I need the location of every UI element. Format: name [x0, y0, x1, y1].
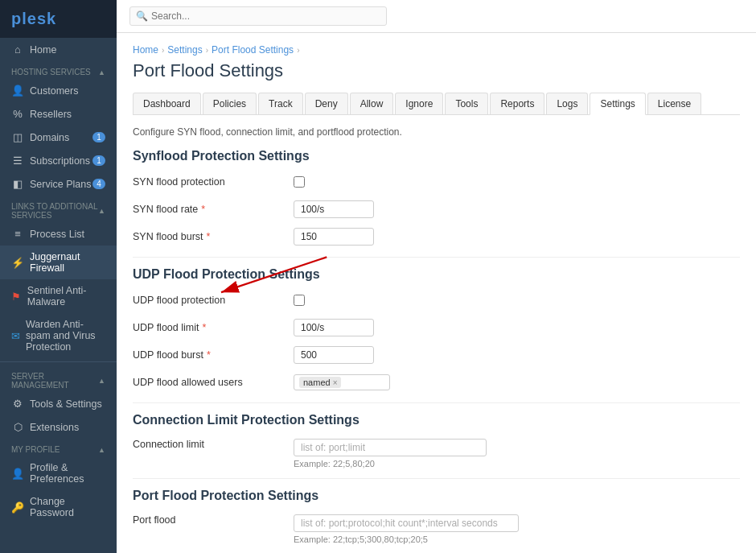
udp-allowed-users-label: UDP flood allowed users [133, 377, 294, 388]
sidebar-item-home[interactable]: ⌂ Home [0, 38, 117, 61]
sidebar-item-resellers[interactable]: % Resellers [0, 102, 117, 126]
sidebar-item-service-plans[interactable]: ◧ Service Plans 4 [0, 172, 117, 196]
subscriptions-icon: ☰ [11, 155, 24, 167]
sentinel-icon: ⚑ [11, 291, 22, 303]
chevron-up-icon: ▲ [98, 68, 105, 76]
sidebar-my-profile-header: My Profile ▲ [0, 439, 117, 456]
sidebar-item-subscriptions[interactable]: ☰ Subscriptions 1 [0, 149, 117, 172]
connection-limit-section-title: Connection Limit Protection Settings [133, 413, 740, 427]
connection-limit-label: Connection limit [133, 439, 294, 450]
udp-protection-checkbox[interactable] [294, 295, 305, 306]
udp-limit-row: UDP flood limit * [133, 317, 740, 338]
sidebar-juggernaut-label: Juggernaut Firewall [30, 251, 105, 274]
page-description: Configure SYN flood, connection limit, a… [133, 126, 740, 138]
breadcrumb-settings[interactable]: Settings [167, 44, 202, 56]
udp-limit-input[interactable] [294, 319, 374, 336]
sidebar-item-tools-settings[interactable]: ⚙ Tools & Settings [0, 392, 117, 415]
udp-allowed-users-tag: named × [299, 377, 341, 388]
udp-limit-required: * [202, 322, 206, 333]
tabs-bar: Dashboard Policies Track Deny Allow Igno… [133, 93, 740, 115]
syn-burst-required: * [207, 231, 211, 242]
sidebar-links-header: Links to Additional Services ▲ [0, 196, 117, 222]
sidebar-subscriptions-label: Subscriptions [30, 155, 90, 167]
sidebar-item-extensions[interactable]: ⬡ Extensions [0, 415, 117, 439]
syn-burst-input[interactable] [294, 228, 374, 246]
brand-logo-text: plesk [11, 10, 56, 27]
tab-dashboard[interactable]: Dashboard [133, 93, 201, 114]
sidebar-process-list-label: Process List [30, 229, 84, 240]
search-icon: 🔍 [136, 10, 148, 22]
tab-settings[interactable]: Settings [590, 93, 645, 115]
syn-protection-label: SYN flood protection [133, 176, 294, 188]
breadcrumb-home[interactable]: Home [133, 44, 158, 56]
extensions-icon: ⬡ [11, 421, 24, 433]
tab-logs[interactable]: Logs [546, 93, 588, 114]
sidebar-resellers-label: Resellers [30, 109, 72, 120]
sidebar-item-warden[interactable]: ✉ Warden Anti-spam and Virus Protection [0, 313, 117, 358]
breadcrumb: Home › Settings › Port Flood Settings › [133, 44, 740, 56]
sidebar-customers-label: Customers [30, 85, 78, 97]
tag-remove-button[interactable]: × [333, 378, 338, 387]
tab-deny[interactable]: Deny [305, 93, 348, 114]
search-bar: 🔍 [117, 0, 756, 33]
port-flood-row: Port flood Example: 22;tcp;5;300,80;tcp;… [133, 511, 740, 544]
sidebar-tools-settings-label: Tools & Settings [30, 398, 102, 410]
udp-protection-label: UDP flood protection [133, 295, 294, 306]
tab-track[interactable]: Track [258, 93, 303, 114]
sidebar-profile-prefs-label: Profile & Preferences [30, 462, 105, 485]
sidebar-warden-label: Warden Anti-spam and Virus Protection [26, 319, 105, 353]
chevron-up-icon-4: ▲ [98, 446, 105, 454]
udp-protection-row: UDP flood protection [133, 290, 305, 311]
tab-policies[interactable]: Policies [203, 93, 257, 114]
section-sep-1 [133, 257, 740, 258]
tools-settings-icon: ⚙ [11, 398, 24, 410]
tab-reports[interactable]: Reports [490, 93, 544, 114]
breadcrumb-current: Port Flood Settings [212, 44, 294, 56]
udp-burst-required: * [207, 349, 211, 361]
syn-rate-input[interactable] [294, 200, 374, 218]
change-password-icon: 🔑 [11, 501, 24, 514]
sidebar-server-management-header: Server Management ▲ [0, 365, 117, 392]
sidebar-item-process-list[interactable]: ≡ Process List [0, 222, 117, 246]
port-flood-input[interactable] [294, 514, 519, 532]
udp-allowed-users-field[interactable]: named × [294, 374, 390, 390]
connection-limit-row: Connection limit Example: 22;5,80;20 [133, 435, 740, 468]
sidebar-item-profile-prefs[interactable]: 👤 Profile & Preferences [0, 456, 117, 490]
sidebar: plesk ⌂ Home Hosting Services ▲ 👤 Custom… [0, 0, 117, 553]
syn-protection-row: SYN flood protection [133, 171, 740, 192]
udp-protection-wrapper: UDP flood protection [133, 290, 305, 317]
section-sep-3 [133, 478, 740, 479]
sidebar-item-customers[interactable]: 👤 Customers [0, 79, 117, 102]
sidebar-item-sentinel[interactable]: ⚑ Sentinel Anti-Malware [0, 279, 117, 313]
connection-limit-input[interactable] [294, 439, 487, 456]
main-content: 🔍 Home › Settings › Port Flood Settings … [117, 0, 756, 553]
tab-tools[interactable]: Tools [445, 93, 488, 114]
domains-icon: ◫ [11, 131, 24, 143]
chevron-up-icon-2: ▲ [98, 207, 105, 215]
synflood-section-title: Synflood Protection Settings [133, 149, 740, 163]
udp-burst-label: UDP flood burst * [133, 349, 294, 361]
portflood-section-title: Port Flood Protection Settings [133, 489, 740, 503]
sidebar-item-juggernaut[interactable]: ⚡ Juggernaut Firewall [0, 246, 117, 279]
content-area: Home › Settings › Port Flood Settings › … [117, 33, 756, 553]
tab-ignore[interactable]: Ignore [395, 93, 443, 114]
sidebar-item-domains[interactable]: ◫ Domains 1 [0, 126, 117, 149]
syn-rate-label: SYN flood rate * [133, 204, 294, 215]
tag-named-label: named [303, 378, 331, 387]
chevron-up-icon-3: ▲ [98, 377, 105, 385]
process-list-icon: ≡ [11, 228, 24, 240]
tab-license[interactable]: License [647, 93, 701, 114]
search-input[interactable] [129, 6, 387, 26]
warden-icon: ✉ [11, 330, 20, 342]
connection-limit-example: Example: 22;5,80;20 [294, 459, 487, 468]
syn-protection-checkbox[interactable] [294, 176, 305, 188]
sidebar-change-password-label: Change Password [30, 496, 105, 518]
sidebar-item-change-password[interactable]: 🔑 Change Password [0, 490, 117, 524]
subscriptions-badge: 1 [92, 155, 105, 166]
tab-allow[interactable]: Allow [350, 93, 394, 114]
breadcrumb-sep-2: › [206, 46, 208, 55]
udp-burst-input[interactable] [294, 346, 374, 364]
juggernaut-icon: ⚡ [11, 257, 24, 269]
profile-prefs-icon: 👤 [11, 468, 24, 480]
sidebar-service-plans-label: Service Plans [30, 179, 91, 190]
